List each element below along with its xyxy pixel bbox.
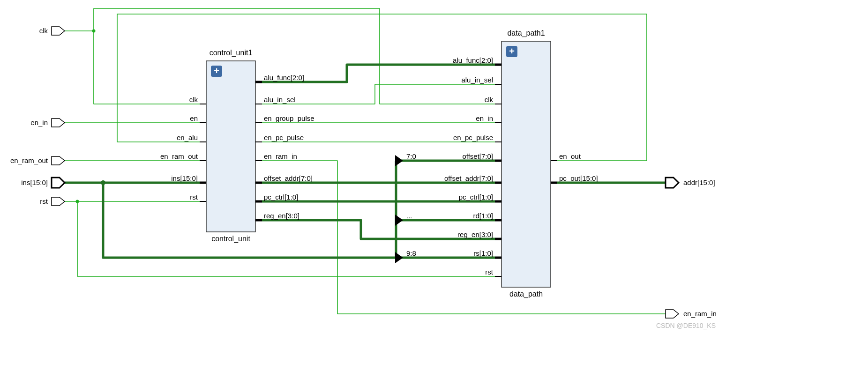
control_unit-right-port-label: en_ram_in [264, 152, 297, 160]
watermark: CSDN @DE910_KS [656, 322, 716, 329]
svg-marker-7 [52, 119, 65, 127]
svg-marker-4 [395, 215, 403, 226]
input-port-label: clk [39, 27, 48, 35]
svg-marker-8 [52, 156, 65, 165]
data_path-left-port-label: rd[1:0] [473, 212, 493, 220]
input-port-rst: rst [40, 197, 65, 206]
input-port-ins: ins[15:0] [21, 178, 65, 188]
svg-marker-11 [666, 178, 679, 188]
control_unit-right-port-label: alu_in_sel [264, 96, 296, 104]
svg-marker-5 [395, 252, 403, 263]
data_path-left-port-label: en_pc_pulse [453, 134, 493, 141]
data_path-left-port-label: alu_in_sel [461, 76, 493, 84]
bus-tap-label: ... [406, 212, 412, 220]
data_path-left-port-label: rst [485, 268, 493, 276]
control_unit-right-port-label: pc_ctrl[1:0] [264, 193, 298, 201]
input-port-en_ram_out: en_ram_out [10, 156, 65, 165]
control_unit-right-port-label: en_pc_pulse [264, 134, 304, 141]
control_unit-title-top: control_unit1 [210, 49, 253, 57]
plus-icon: + [509, 46, 515, 56]
control_unit-left-port-label: en_ram_out [160, 152, 198, 160]
svg-rect-13 [206, 61, 255, 232]
data_path-left-port-label: clk [485, 96, 494, 104]
svg-point-1 [76, 200, 79, 203]
output-port-en_ram_in: en_ram_in [666, 310, 717, 318]
svg-point-2 [101, 180, 105, 185]
control_unit-left-port-label: clk [189, 96, 198, 104]
svg-marker-9 [52, 178, 65, 188]
input-port-clk: clk [39, 27, 65, 35]
data_path-left-port-label: rs[1:0] [473, 249, 493, 257]
input-port-label: en_ram_out [10, 156, 48, 164]
control_unit-right-port-label: reg_en[3:0] [264, 212, 299, 220]
control_unit-title-bottom: control_unit [211, 235, 250, 243]
input-port-label: rst [40, 197, 48, 205]
svg-marker-6 [52, 27, 65, 35]
control_unit-left-port-label: en_alu [177, 134, 198, 141]
data_path-title-top: data_path1 [507, 29, 545, 37]
data_path-right-port-label: en_out [559, 152, 581, 160]
svg-marker-3 [395, 155, 403, 166]
output-port-label: en_ram_in [683, 310, 717, 318]
svg-marker-10 [52, 197, 65, 206]
control-unit-block: control_unit1control_unit+clkenen_aluen_… [160, 49, 314, 243]
data_path-left-port-label: offset[7:0] [462, 152, 493, 160]
control_unit-right-port-label: offset_addr[7:0] [264, 174, 313, 182]
control_unit-left-port-label: en [190, 114, 198, 122]
schematic-diagram: 7:0...9:8 clken_inen_ram_outins[15:0]rst… [0, 0, 868, 386]
bus-tap-label: 9:8 [406, 249, 416, 257]
output-port-addr: addr[15:0] [666, 178, 715, 188]
data_path-title-bottom: data_path [509, 290, 543, 298]
plus-icon: + [214, 66, 219, 76]
data_path-left-port-label: reg_en[3:0] [457, 230, 493, 238]
data_path-left-port-label: pc_ctrl[1:0] [459, 193, 493, 201]
output-port-label: addr[15:0] [683, 178, 715, 186]
data_path-expand-button[interactable]: + [506, 46, 517, 57]
control_unit-right-port-label: alu_func[2:0] [264, 74, 304, 82]
control_unit-right-port-label: en_group_pulse [264, 114, 314, 122]
input-port-label: ins[15:0] [21, 178, 48, 186]
control_unit-left-port-label: ins[15:0] [171, 174, 198, 182]
svg-marker-12 [666, 310, 679, 318]
svg-rect-29 [501, 41, 551, 287]
data_path-right-port-label: pc_out[15:0] [559, 174, 598, 182]
svg-point-0 [92, 30, 96, 33]
data_path-left-port-label: en_in [476, 114, 493, 122]
input-ports: clken_inen_ram_outins[15:0]rst [10, 27, 65, 206]
wiring-layer: 7:0...9:8 [65, 8, 666, 314]
input-port-label: en_in [30, 119, 48, 126]
data_path-left-port-label: offset_addr[7:0] [444, 174, 493, 182]
bus-tap-label: 7:0 [406, 152, 416, 160]
input-port-en_in: en_in [30, 119, 65, 127]
output-ports: addr[15:0]en_ram_in [666, 178, 717, 318]
control_unit-left-port-label: rst [190, 193, 198, 201]
control_unit-expand-button[interactable]: + [211, 66, 222, 77]
data_path-left-port-label: alu_func[2:0] [453, 56, 493, 64]
